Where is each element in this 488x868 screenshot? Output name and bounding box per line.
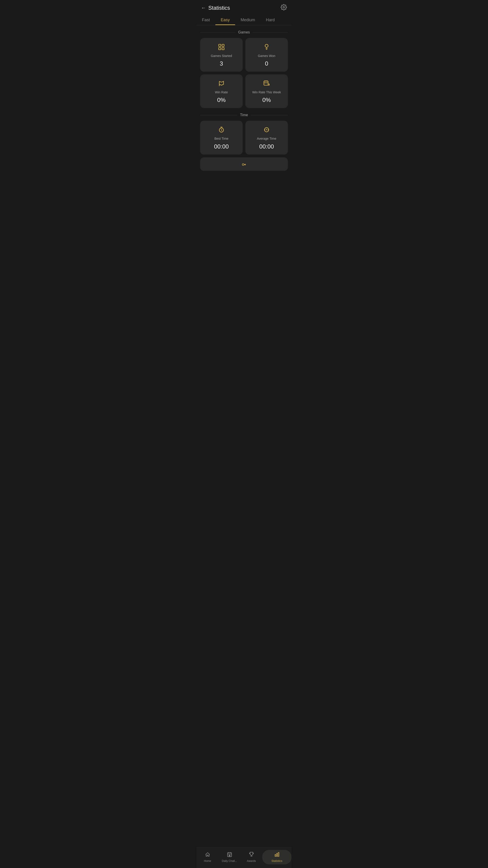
clock-arrows-icon: [262, 125, 271, 134]
svg-point-5: [265, 44, 268, 47]
games-section-header: Games: [200, 30, 288, 34]
grid-icon: [217, 42, 226, 52]
time-section-header: Time: [200, 113, 288, 117]
partial-icon: [241, 162, 247, 168]
house-icon: [205, 852, 210, 859]
tab-easy[interactable]: Easy: [215, 15, 235, 25]
tab-fast[interactable]: Fast: [197, 15, 215, 25]
tab-hard[interactable]: Hard: [260, 15, 280, 25]
calendar-star-icon: [227, 852, 232, 859]
nav-statistics-label: Statistics: [271, 860, 282, 863]
section-line-right: [253, 32, 288, 33]
section-line-left: [200, 32, 235, 33]
games-started-card: Games Started 3: [200, 38, 242, 72]
flag-icon: [217, 79, 226, 88]
games-started-label: Games Started: [211, 54, 232, 58]
nav-daily-label: Daily Chall...: [222, 860, 237, 863]
bottom-nav: Home Daily Chall... Awards: [197, 847, 291, 868]
svg-rect-4: [222, 48, 224, 50]
flag-calendar-icon: [262, 79, 271, 88]
average-time-label: Average Time: [257, 136, 276, 141]
tab-divider: [197, 25, 291, 25]
svg-rect-12: [275, 855, 276, 857]
games-won-label: Games Won: [258, 54, 275, 58]
games-won-value: 0: [265, 60, 268, 67]
back-button[interactable]: ←: [201, 5, 206, 11]
games-section-label: Games: [238, 30, 250, 34]
nav-awards[interactable]: Awards: [240, 850, 262, 864]
svg-rect-1: [219, 44, 221, 46]
bar-chart-icon: [274, 852, 280, 859]
svg-rect-13: [276, 853, 278, 857]
win-rate-value: 0%: [217, 96, 226, 103]
time-line-right: [251, 115, 288, 115]
svg-point-9: [242, 164, 244, 165]
win-rate-label: Win Rate: [215, 90, 228, 94]
win-rate-week-label: Win Rate This Week: [252, 90, 281, 94]
nav-statistics[interactable]: Statistics: [262, 850, 291, 864]
time-line-left: [200, 115, 237, 115]
svg-rect-3: [219, 48, 221, 50]
win-rate-week-card: Win Rate This Week 0%: [246, 74, 288, 108]
games-stats-grid: Games Started 3 Games Won 0: [200, 38, 288, 108]
svg-point-0: [283, 6, 285, 8]
settings-button[interactable]: [281, 4, 287, 12]
page-title: Statistics: [208, 5, 230, 11]
time-stats-grid: Best Time 00:00 Average Time 00:00: [200, 121, 288, 154]
time-section-label: Time: [240, 113, 248, 117]
best-time-card: Best Time 00:00: [200, 121, 242, 154]
games-won-card: Games Won 0: [246, 38, 288, 72]
header: ← Statistics: [197, 0, 291, 15]
header-left: ← Statistics: [201, 5, 230, 11]
svg-rect-14: [278, 852, 279, 857]
best-time-label: Best Time: [215, 136, 228, 141]
tab-medium[interactable]: Medium: [235, 15, 260, 25]
nav-awards-label: Awards: [247, 860, 256, 863]
average-time-value: 00:00: [259, 143, 274, 150]
medal-icon: [262, 42, 271, 52]
main-content: Games Games Started 3: [197, 30, 291, 189]
trophy-icon: [249, 852, 254, 859]
games-started-value: 3: [220, 60, 223, 67]
tabs-container: Fast Easy Medium Hard: [197, 15, 291, 25]
timer-up-icon: [217, 125, 226, 134]
svg-point-10: [245, 164, 246, 165]
average-time-card: Average Time 00:00: [246, 121, 288, 154]
svg-rect-2: [222, 44, 224, 46]
svg-rect-6: [264, 81, 268, 86]
nav-home[interactable]: Home: [197, 850, 219, 864]
partial-card: [200, 157, 288, 171]
nav-daily[interactable]: Daily Chall...: [219, 850, 240, 864]
win-rate-week-value: 0%: [262, 96, 271, 103]
best-time-value: 00:00: [214, 143, 229, 150]
nav-home-label: Home: [204, 860, 211, 863]
win-rate-card: Win Rate 0%: [200, 74, 242, 108]
